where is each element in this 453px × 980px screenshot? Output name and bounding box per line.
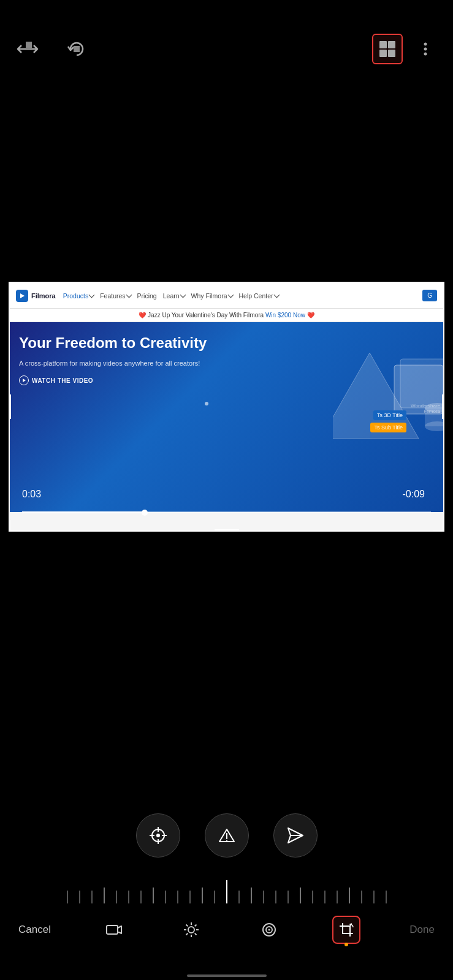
cursor-dot [205, 402, 208, 405]
done-label: Done [409, 924, 435, 936]
layout-icon-btn[interactable] [372, 34, 403, 64]
hero-text: Your Freedom to Creativity A cross-platf… [19, 334, 247, 385]
svg-rect-6 [388, 50, 395, 57]
tick [361, 891, 362, 904]
svg-rect-3 [379, 41, 387, 48]
handle-bottom-right[interactable] [433, 520, 444, 531]
tick [91, 891, 93, 904]
svg-line-39 [186, 933, 188, 935]
nav-why-filmora: Why Filmora [191, 292, 233, 300]
nav-items: Products Features Pricing Learn Why Film… [63, 292, 279, 300]
svg-line-36 [186, 924, 188, 926]
svg-point-7 [424, 43, 427, 46]
nav-features: Features [100, 292, 131, 300]
promo-banner: ❤️ Jazz Up Your Valentine's Day With Fil… [10, 309, 443, 322]
logo-text: Filmora [31, 292, 56, 300]
tick [287, 891, 289, 904]
svg-point-9 [424, 53, 427, 56]
handle-mid-right[interactable] [442, 394, 444, 419]
watermark: Wondershare Filmora [411, 403, 443, 414]
handle-mid-top[interactable] [215, 282, 239, 284]
svg-rect-13 [400, 359, 443, 408]
play-circle-icon [19, 375, 29, 385]
tick [275, 891, 276, 904]
website-logo: Filmora [16, 290, 56, 302]
nav-pricing: Pricing [137, 292, 157, 300]
website-nav: Filmora Products Features Pricing Learn [10, 283, 443, 309]
svg-rect-2 [74, 46, 80, 52]
svg-rect-4 [388, 41, 395, 48]
heart-left: ❤️ [139, 312, 146, 318]
lens-button[interactable] [136, 813, 180, 858]
svg-rect-5 [379, 50, 387, 57]
svg-point-31 [188, 927, 194, 933]
handle-bottom-left[interactable] [9, 520, 20, 531]
hero-section: Your Freedom to Creativity A cross-platf… [10, 322, 443, 512]
svg-point-42 [268, 929, 270, 930]
tick [312, 891, 313, 904]
win-link: Win $200 Now [265, 312, 305, 318]
tick [324, 891, 325, 904]
progress-bar[interactable] [22, 511, 431, 513]
video-preview: Filmora Products Features Pricing Learn [9, 282, 444, 532]
svg-rect-29 [107, 925, 118, 934]
right-icons [372, 34, 441, 64]
time-remaining: -0:09 [403, 489, 425, 500]
handle-mid-left[interactable] [9, 394, 11, 419]
products-chevron [89, 292, 95, 298]
tab-bar: Cancel [0, 903, 453, 956]
svg-marker-17 [23, 379, 26, 382]
send-button[interactable] [273, 813, 318, 858]
tick [116, 891, 117, 904]
tab-crop[interactable] [332, 916, 360, 944]
tick [140, 891, 142, 904]
hero-title: Your Freedom to Creativity [19, 334, 247, 352]
tick [238, 891, 240, 904]
circle-icon-wrap [255, 916, 283, 944]
website-screenshot: Filmora Products Features Pricing Learn [10, 283, 443, 530]
tick [165, 891, 166, 904]
tab-circle[interactable] [255, 916, 283, 944]
cancel-label: Cancel [18, 924, 51, 936]
tick [373, 891, 375, 904]
tick [79, 891, 80, 904]
tab-brightness[interactable] [177, 916, 205, 944]
svg-line-37 [195, 933, 197, 935]
handle-mid-bottom[interactable] [215, 529, 239, 532]
cancel-button[interactable]: Cancel [18, 924, 51, 936]
brightness-icon-wrap [177, 916, 205, 944]
transform-icon-btn[interactable] [12, 34, 43, 64]
bottom-controls: Cancel [0, 766, 453, 980]
crop-icon-wrap [332, 916, 360, 944]
hero-shapes [333, 328, 443, 463]
features-chevron [126, 292, 132, 298]
handle-top-left[interactable] [9, 282, 20, 293]
nav-products: Products [63, 292, 94, 300]
why-chevron [227, 292, 234, 298]
done-button[interactable]: Done [409, 924, 435, 936]
tick [263, 891, 264, 904]
overlay-subtitle: Ts Sub Title [370, 423, 406, 432]
tick [337, 891, 338, 904]
rotate-icon-btn[interactable] [61, 34, 92, 64]
svg-rect-1 [26, 42, 32, 48]
watch-btn: WATCH THE VIDEO [19, 375, 247, 385]
svg-point-23 [156, 834, 160, 837]
video-icon-wrap [100, 916, 128, 944]
tick [386, 891, 387, 904]
pointer-up-button[interactable] [205, 813, 249, 858]
action-buttons [0, 813, 453, 858]
handle-top-right[interactable] [433, 282, 444, 293]
learn-chevron [180, 292, 186, 298]
tab-video[interactable] [100, 916, 128, 944]
svg-point-8 [424, 48, 427, 51]
more-icon-btn[interactable] [410, 34, 441, 64]
left-icons [12, 34, 92, 64]
tick [67, 891, 68, 904]
hero-subtitle: A cross-platform for making videos anywh… [19, 358, 247, 369]
svg-marker-10 [20, 293, 25, 298]
tick [177, 891, 178, 904]
overlay-3d-title: Ts 3D Title [373, 410, 406, 420]
tick [214, 891, 215, 904]
tick [128, 891, 129, 904]
